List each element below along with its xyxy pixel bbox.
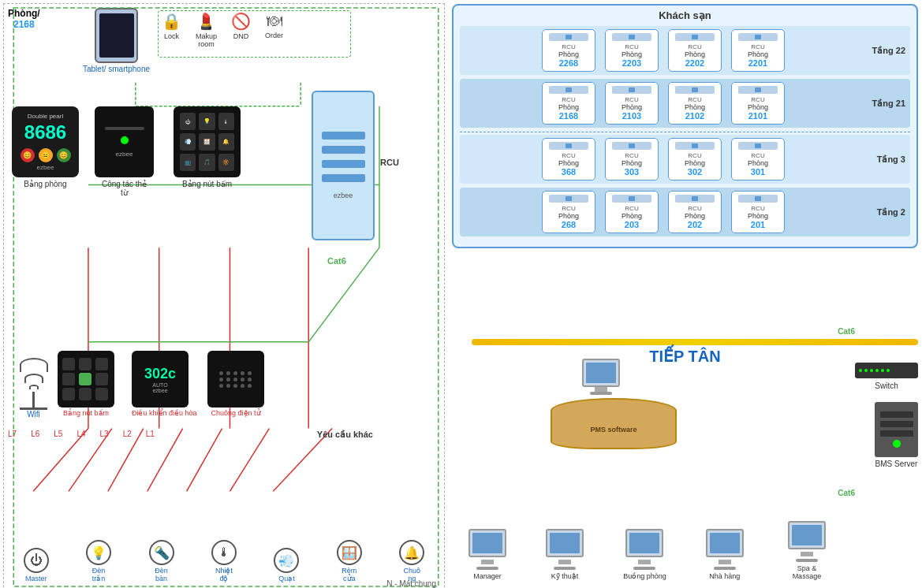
buong-phong-stand [638, 560, 651, 564]
spa-screen [792, 525, 822, 545]
master-icon: ⏻ [24, 548, 49, 573]
rcu-2168: RCU Phòng 2168 [542, 82, 595, 125]
floor-2-row: RCU Phòng 268 RCU Phòng 203 RCU Phòng [460, 188, 910, 236]
dot11 [219, 384, 223, 388]
den-tran-label: Đèntrần [92, 567, 106, 582]
connector [629, 196, 635, 201]
btn3: 🌡 [218, 113, 234, 130]
tang-3-label: Tầng 3 [862, 154, 905, 165]
l2-label: L2 [123, 430, 132, 438]
cat6-right-top: Cat6 [838, 327, 855, 336]
dot6 [219, 378, 223, 381]
phong-label: Phòng [558, 50, 579, 58]
phong-label: Phòng [685, 103, 705, 111]
golden-divider [472, 339, 918, 345]
left-panel: Phòng/ 2168 Tablet/ smartphone 🔒 Lock 💄 … [3, 3, 445, 588]
rcu-top [738, 195, 778, 203]
nha-hang-screen [710, 533, 740, 553]
doorbell-area: Chuông điện tử [207, 351, 264, 417]
den-ban-label: Đènbàn [155, 567, 168, 582]
card-slot [105, 127, 144, 130]
floor-2-units: RCU Phòng 268 RCU Phòng 203 RCU Phòng [465, 191, 862, 233]
room-num-2203: 2203 [622, 58, 641, 68]
pms-area: PMS software [551, 359, 677, 453]
cat6-right-bottom: Cat6 [838, 489, 855, 497]
floor-21-units: RCU Phòng 2168 RCU Phòng 2103 RCU Phòng [465, 82, 862, 125]
cat6-label: Cat6 [327, 256, 346, 266]
bang-phong-label: Bảng phòng [12, 180, 79, 188]
phong-label: Phòng [622, 50, 642, 58]
pms-base [590, 392, 612, 395]
ac-brand: ezbee [152, 388, 167, 393]
top-icons-row: 🔒 Lock 💄 Makuproom 🚫 DND 🍽 Order [162, 12, 283, 48]
room-num-302: 302 [688, 167, 702, 177]
bms-label: BMS Server [875, 460, 918, 468]
rcu-top [612, 142, 651, 150]
dot8 [233, 378, 237, 381]
nha-hang-label: Nhà hàng [709, 572, 740, 580]
bang-nut-screen: ⏻ 💡 🌡 💨 🪟 🔔 📺 🎵 🔆 [174, 106, 241, 177]
room-num-203: 203 [625, 220, 639, 229]
ky-thuat-computer: Kỹ thuật [546, 529, 584, 580]
button-grid [62, 358, 110, 400]
phong-label: Phòng [558, 103, 579, 111]
rem-cua-control: 🪟 Rèmcửa [337, 540, 362, 582]
rcu-label: RCU [751, 43, 764, 50]
floor-21-row: RCU Phòng 2168 RCU Phòng 2103 RCU Phòng [460, 79, 910, 128]
rcu-top [612, 86, 651, 94]
ac-label: Điều khiển điều hòa [132, 409, 197, 417]
reception-desk: PMS software [551, 398, 677, 449]
spa-stand [801, 552, 813, 556]
rcu-301: RCU Phòng 301 [731, 138, 785, 180]
manager-computer: Manager [468, 529, 506, 580]
room-num-201: 201 [751, 220, 765, 229]
ac-screen: 302c AUTO ezbee [132, 351, 189, 408]
bang-nut-2-area: Bảng nút bấm [58, 351, 114, 417]
lock-icon: 🔒 [162, 12, 181, 31]
rcu-device: ezbee [312, 91, 375, 240]
phong-label: Phòng [558, 159, 579, 167]
order-icon-item: 🍽 Order [265, 12, 283, 39]
tablet-label: Tablet/ smartphone [83, 65, 150, 73]
dot14 [241, 384, 244, 388]
nha-hang-stand [719, 560, 731, 564]
rcu-top [675, 195, 715, 203]
khach-san-title: Khách sạn [460, 9, 910, 21]
btn6: 🔔 [218, 133, 234, 151]
server-slot1 [880, 411, 913, 418]
phong-label: Phòng [685, 212, 705, 220]
ky-thuat-stand [558, 560, 571, 564]
rem-cua-label: Rèmcửa [342, 567, 356, 582]
rcu-slot2 [322, 146, 365, 154]
dot12 [226, 384, 230, 388]
den-tran-icon: 💡 [86, 540, 111, 565]
bang-nut-2-label: Bảng nút bấm [58, 409, 114, 417]
wifi-arc-small [29, 385, 39, 389]
dot7 [226, 378, 230, 381]
buong-phong-base [633, 567, 655, 570]
tang-21-label: Tầng 21 [862, 99, 905, 109]
rem-cua-icon: 🪟 [337, 540, 362, 565]
dot2 [226, 371, 230, 375]
floor-separator [460, 132, 910, 132]
manager-label: Manager [473, 572, 502, 580]
rcu-303: RCU Phòng 303 [605, 138, 659, 180]
nha-hang-computer: Nhà hàng [706, 529, 744, 580]
rcu-top [675, 86, 715, 94]
card-logo: ezbee [116, 151, 133, 158]
btn2: 💡 [199, 113, 215, 130]
makup-label: Makuproom [196, 32, 217, 48]
server-slot3 [880, 430, 913, 437]
btn9: 🔆 [218, 154, 234, 171]
rcu-label: RCU [688, 96, 701, 103]
rcu-label: RCU [562, 205, 575, 212]
room-header: Phòng/ 2168 [8, 8, 40, 30]
dnd-icon-item: 🚫 DND [231, 12, 251, 40]
cong-tac-screen: ezbee [95, 106, 154, 177]
connector [755, 35, 761, 39]
btn1: ⏻ [180, 113, 196, 130]
nhiet-do-icon: 🌡 [211, 540, 237, 565]
room-num-301: 301 [751, 167, 765, 177]
room-num-368: 368 [562, 167, 576, 177]
manager-monitor [468, 529, 506, 557]
